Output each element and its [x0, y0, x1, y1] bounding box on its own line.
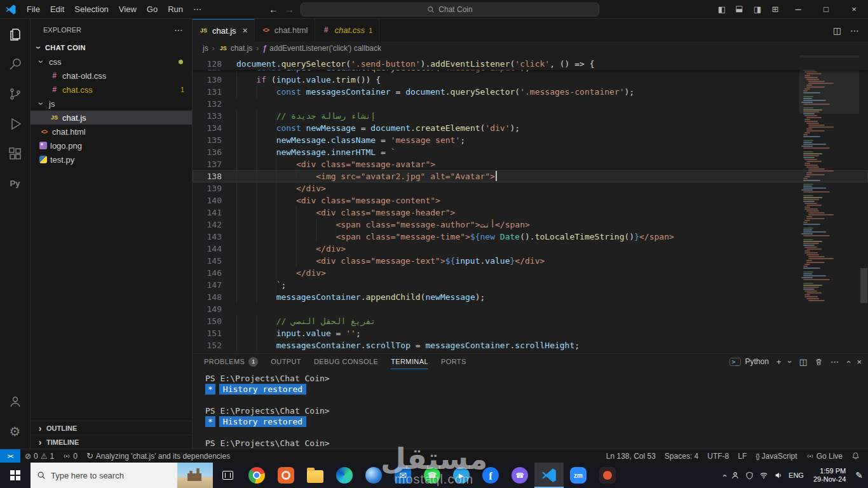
cursor-position[interactable]: Ln 138, Col 53 — [602, 449, 660, 463]
panel-tab-output[interactable]: OUTPUT — [271, 354, 301, 369]
outline-section[interactable]: › OUTLINE — [31, 421, 192, 435]
breadcrumb-item-chat-js[interactable]: JSchat.js — [219, 44, 253, 53]
taskbar-app-mail-icon[interactable] — [388, 463, 417, 488]
code-line-152[interactable]: 152 messagesContainer.scrollTop = messag… — [193, 339, 868, 351]
code-line-130[interactable]: 130 if (input.value.trim()) { — [193, 74, 868, 86]
maximize-panel-icon[interactable]: › — [846, 357, 849, 367]
close-tab-icon[interactable]: × — [243, 25, 248, 36]
tree-item-chat-css[interactable]: #chat.css1 — [31, 83, 192, 97]
customize-layout-icon[interactable]: ⊞ — [766, 0, 784, 19]
eol-indicator[interactable]: LF — [733, 449, 751, 463]
go-live-button[interactable]: Go Live — [802, 449, 847, 463]
tree-item-chat-old-css[interactable]: #chat-old.css — [31, 69, 192, 83]
python-icon[interactable]: Py — [0, 168, 31, 198]
code-line-141[interactable]: 141 <div class="message-header"> — [193, 207, 868, 219]
split-terminal-icon[interactable]: ◫ — [799, 357, 807, 367]
kill-terminal-icon[interactable] — [815, 358, 823, 366]
panel-more-icon[interactable]: ⋯ — [831, 357, 839, 367]
code-line-149[interactable]: 149 — [193, 303, 868, 315]
code-line-143[interactable]: 143 <span class="message-time">${new Dat… — [193, 231, 868, 243]
tab-chat-css[interactable]: #chat.css1 — [315, 19, 380, 41]
user-tray-icon[interactable] — [731, 471, 740, 480]
tree-item-chat-html[interactable]: <>chat.html — [31, 125, 192, 139]
panel-tab-ports[interactable]: PORTS — [441, 354, 466, 369]
code-line-145[interactable]: 145 <div class="message-text">${input.va… — [193, 255, 868, 267]
timeline-section[interactable]: › TIMELINE — [31, 435, 192, 449]
code-line-151[interactable]: 151 input.value = ''; — [193, 327, 868, 339]
tree-item-js[interactable]: ›js — [31, 97, 192, 111]
hidden-icons-chevron-icon[interactable]: › — [719, 474, 728, 477]
taskbar-app-file-explorer-icon[interactable] — [301, 463, 330, 488]
taskbar-app-edge-icon[interactable] — [330, 463, 359, 488]
code-line-144[interactable]: 144 </div> — [193, 243, 868, 255]
tree-item-logo-png[interactable]: logo.png — [31, 139, 192, 152]
windows-ink-icon[interactable]: ✎ — [855, 470, 863, 480]
settings-icon[interactable]: ⚙ — [0, 416, 31, 446]
problems-status[interactable]: ⊘0 ⚠1 — [20, 449, 58, 463]
taskbar-app-browser-blue-icon[interactable] — [359, 463, 388, 488]
taskbar-app-viber-icon[interactable] — [505, 463, 534, 488]
code-editor[interactable]: 128document.querySelector('.send-button'… — [193, 55, 868, 353]
code-line-150[interactable]: 150 // تفريغ الحقل النصي — [193, 315, 868, 327]
taskbar-app-zoom-icon[interactable] — [564, 463, 593, 488]
tab-chat-js[interactable]: JSchat.js× — [193, 19, 255, 41]
project-root[interactable]: › CHAT COIN — [31, 41, 192, 55]
menu-view[interactable]: View — [114, 3, 142, 17]
code-line-148[interactable]: 148 messagesContainer.appendChild(newMes… — [193, 291, 868, 303]
back-button[interactable]: ← — [269, 4, 278, 15]
tree-item-test-py[interactable]: test.py — [31, 152, 192, 166]
extensions-icon[interactable] — [0, 139, 31, 168]
code-line-140[interactable]: 140 <div class="message-content"> — [193, 194, 868, 207]
tab-chat-html[interactable]: <>chat.html — [255, 19, 315, 41]
taskbar-app-facebook-icon[interactable] — [476, 463, 505, 488]
panel-tab-debug-console[interactable]: DEBUG CONSOLE — [314, 354, 378, 369]
vscode-logo-icon[interactable] — [0, 4, 22, 15]
taskbar-search[interactable]: Type here to search — [31, 463, 213, 488]
terminal-output[interactable]: PS E:\Projects\Chat Coin>*History restor… — [193, 369, 868, 449]
code-line-132[interactable]: 132 — [193, 98, 868, 110]
menu-edit[interactable]: Edit — [45, 3, 69, 17]
taskbar-clock[interactable]: 1:59 PM 29-Nov-24 — [810, 467, 850, 484]
menu-selection[interactable]: Selection — [69, 3, 113, 17]
encoding[interactable]: UTF-8 — [703, 449, 733, 463]
code-line-131[interactable]: 131 const messagesContainer = document.q… — [193, 86, 868, 98]
tree-item-css[interactable]: ›css — [31, 55, 192, 69]
code-line-142[interactable]: 142 <span class="message-author">أنت</sp… — [193, 219, 868, 231]
network-wifi-icon[interactable] — [759, 471, 768, 480]
terminal-profile[interactable]: >_ Python — [729, 357, 768, 366]
volume-icon[interactable] — [774, 471, 783, 480]
code-line-147[interactable]: 147 `; — [193, 279, 868, 291]
security-shield-icon[interactable] — [745, 471, 754, 480]
forward-button[interactable]: → — [285, 4, 294, 15]
search-icon[interactable] — [0, 49, 31, 79]
toggle-panel-icon[interactable]: ◨ — [731, 0, 749, 19]
taskbar-app-app-dark-icon[interactable] — [593, 463, 622, 488]
toggle-secondary-sidebar-icon[interactable]: ◨ — [749, 0, 766, 19]
source-control-icon[interactable] — [0, 79, 31, 109]
panel-tab-problems[interactable]: PROBLEMS1 — [204, 354, 258, 369]
breadcrumb-item-addeventlistener-click-callback[interactable]: ƒaddEventListener('click') callback — [262, 44, 381, 53]
code-line-146[interactable]: 146 </div> — [193, 267, 868, 279]
account-icon[interactable] — [0, 386, 31, 416]
run-debug-icon[interactable] — [0, 109, 31, 139]
search-highlight-image[interactable] — [177, 463, 213, 488]
taskbar-app-chrome-icon[interactable] — [242, 463, 271, 488]
remote-indicator[interactable]: >< — [0, 449, 20, 463]
new-terminal-icon[interactable]: + — [776, 357, 782, 367]
terminal-profile-chevron-icon[interactable]: › — [789, 357, 791, 367]
taskbar-app-whatsapp-icon[interactable] — [417, 463, 447, 488]
code-line-137[interactable]: 137 <div class="message-avatar"> — [193, 158, 868, 170]
taskbar-app-telegram-icon[interactable] — [447, 463, 476, 488]
command-center-search[interactable]: Chat Coin — [301, 3, 599, 17]
code-line-136[interactable]: 136 newMessage.innerHTML = ` — [193, 146, 868, 158]
menu-run[interactable]: Run — [163, 3, 188, 17]
editor-more-icon[interactable]: ⋯ — [850, 25, 859, 36]
explorer-more-icon[interactable]: ⋯ — [174, 25, 183, 35]
menu-go[interactable]: Go — [142, 3, 163, 17]
ports-status[interactable]: 0 — [58, 449, 82, 463]
breadcrumb-item-js[interactable]: js — [203, 44, 208, 53]
code-line-139[interactable]: 139 </div> — [193, 182, 868, 194]
code-line-135[interactable]: 135 newMessage.className = 'message sent… — [193, 134, 868, 146]
code-line-128[interactable]: 128document.querySelector('.send-button'… — [193, 58, 868, 70]
task-view-button[interactable] — [213, 463, 242, 488]
